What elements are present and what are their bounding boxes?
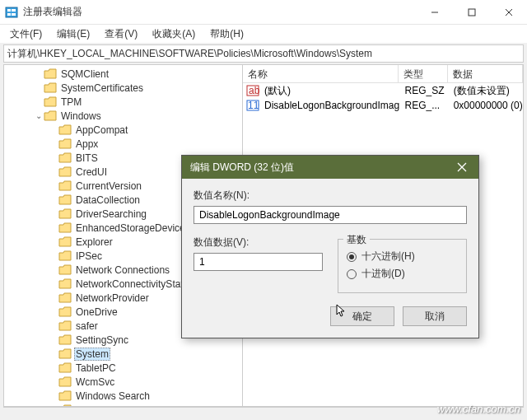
- tree-node-label: System: [74, 348, 110, 361]
- tree-node[interactable]: TPM: [4, 95, 242, 109]
- folder-icon: [44, 110, 57, 122]
- folder-icon: [58, 292, 72, 304]
- value-icon: ab: [246, 84, 259, 97]
- menu-help[interactable]: 帮助(H): [203, 26, 250, 43]
- svg-rect-2: [12, 9, 16, 12]
- tree-toggle-icon[interactable]: ⌄: [34, 111, 44, 120]
- close-button[interactable]: [490, 0, 527, 24]
- radio-hex-label: 十六进制(H): [361, 250, 415, 264]
- folder-icon: [58, 208, 72, 220]
- col-name[interactable]: 名称: [243, 65, 399, 82]
- titlebar: 注册表编辑器: [0, 0, 527, 25]
- value-name: (默认): [259, 84, 399, 98]
- folder-icon: [58, 138, 72, 150]
- svg-rect-3: [7, 13, 11, 16]
- tree-node[interactable]: Appx: [4, 137, 242, 151]
- base-legend: 基数: [343, 233, 370, 247]
- cancel-button[interactable]: 取消: [403, 306, 467, 326]
- tree-node-label: SystemCertificates: [59, 82, 145, 94]
- col-data[interactable]: 数据: [448, 65, 523, 82]
- radio-dec-label: 十进制(D): [361, 267, 405, 281]
- tree-node[interactable]: System: [4, 347, 242, 361]
- tree-node-label: CredUI: [74, 166, 109, 178]
- value-name: DisableLogonBackgroundImage: [259, 100, 399, 111]
- tree-node-label: safer: [74, 320, 100, 332]
- tree-node-label: Windows Search: [74, 390, 152, 402]
- tree-node-label: IPSec: [74, 250, 104, 262]
- value-data-input[interactable]: [194, 253, 323, 271]
- tree-node-label: BITS: [74, 152, 100, 164]
- minimize-button[interactable]: [416, 0, 453, 24]
- folder-icon: [58, 278, 72, 290]
- tree-node[interactable]: SQMClient: [4, 67, 242, 81]
- radio-hex-dot: [347, 252, 357, 262]
- value-data-label: 数值数据(V):: [194, 236, 323, 250]
- radio-dec-dot: [347, 269, 357, 279]
- value-name-input[interactable]: [194, 206, 467, 224]
- tree-node-label: TPM: [59, 96, 83, 108]
- cursor-icon: [336, 304, 347, 319]
- dialog-titlebar[interactable]: 编辑 DWORD (32 位)值: [182, 156, 478, 179]
- folder-icon: [58, 390, 72, 402]
- list-row[interactable]: ab(默认)REG_SZ(数值未设置): [243, 83, 523, 98]
- tree-node[interactable]: AppCompat: [4, 123, 242, 137]
- folder-icon: [58, 152, 72, 164]
- menu-view[interactable]: 查看(V): [98, 26, 144, 43]
- ok-button[interactable]: 确定: [330, 306, 394, 326]
- folder-icon: [58, 320, 72, 332]
- svg-rect-4: [12, 13, 16, 16]
- tree-node-label: CurrentVersion: [74, 180, 143, 192]
- tree-node[interactable]: Windows Search: [4, 389, 242, 403]
- list-row[interactable]: 110DisableLogonBackgroundImageREG_...0x0…: [243, 98, 523, 113]
- menu-favorites[interactable]: 收藏夹(A): [146, 26, 202, 43]
- tree-node[interactable]: SystemCertificates: [4, 81, 242, 95]
- folder-icon: [44, 96, 57, 108]
- svg-rect-0: [6, 7, 17, 17]
- folder-icon: [58, 250, 72, 262]
- dialog-close-button[interactable]: [445, 156, 478, 179]
- folder-icon: [58, 166, 72, 178]
- folder-icon: [58, 264, 72, 276]
- menubar: 文件(F) 编辑(E) 查看(V) 收藏夹(A) 帮助(H): [0, 25, 527, 43]
- tree-node[interactable]: WorkplaceJoin: [4, 403, 242, 406]
- folder-icon: [58, 306, 72, 318]
- tree-node-label: WorkplaceJoin: [74, 404, 142, 407]
- tree-node-label: EnhancedStorageDevices: [74, 222, 192, 234]
- svg-text:110: 110: [248, 100, 259, 111]
- tree-node-label: DataCollection: [74, 194, 142, 206]
- tree-node-label: DriverSearching: [74, 208, 148, 220]
- base-groupbox: 基数 十六进制(H) 十进制(D): [338, 239, 467, 293]
- folder-icon: [58, 376, 72, 388]
- menu-file[interactable]: 文件(F): [3, 26, 49, 43]
- menu-edit[interactable]: 编辑(E): [50, 26, 96, 43]
- radio-dec[interactable]: 十进制(D): [347, 267, 458, 281]
- tree-node[interactable]: WcmSvc: [4, 375, 242, 389]
- tree-node-label: TabletPC: [74, 362, 118, 374]
- dialog-title-text: 编辑 DWORD (32 位)值: [190, 161, 445, 175]
- folder-icon: [44, 68, 57, 80]
- svg-rect-6: [469, 9, 475, 16]
- value-icon: 110: [246, 99, 259, 112]
- tree-node-label: NetworkProvider: [74, 292, 151, 304]
- maximize-button[interactable]: [453, 0, 490, 24]
- watermark: www.cfan.com.cn: [437, 403, 520, 415]
- tree-node-label: WcmSvc: [74, 376, 116, 388]
- svg-text:ab: ab: [249, 85, 259, 96]
- tree-node[interactable]: ⌄Windows: [4, 109, 242, 123]
- tree-node[interactable]: TabletPC: [4, 361, 242, 375]
- radio-hex[interactable]: 十六进制(H): [347, 250, 458, 264]
- folder-icon: [58, 348, 72, 360]
- folder-icon: [58, 180, 72, 192]
- col-type[interactable]: 类型: [399, 65, 448, 82]
- value-data: 0x00000000 (0): [449, 100, 523, 111]
- list-header: 名称 类型 数据: [243, 65, 523, 83]
- address-bar[interactable]: 计算机\HKEY_LOCAL_MACHINE\SOFTWARE\Policies…: [3, 44, 524, 63]
- folder-icon: [58, 194, 72, 206]
- tree-node-label: Explorer: [74, 236, 114, 248]
- tree-node-label: OneDrive: [74, 306, 119, 318]
- tree-node-label: SettingSync: [74, 334, 130, 346]
- value-type: REG_...: [399, 100, 448, 111]
- ok-label: 确定: [352, 310, 372, 324]
- value-name-label: 数值名称(N):: [194, 189, 467, 203]
- window-title: 注册表编辑器: [23, 5, 416, 19]
